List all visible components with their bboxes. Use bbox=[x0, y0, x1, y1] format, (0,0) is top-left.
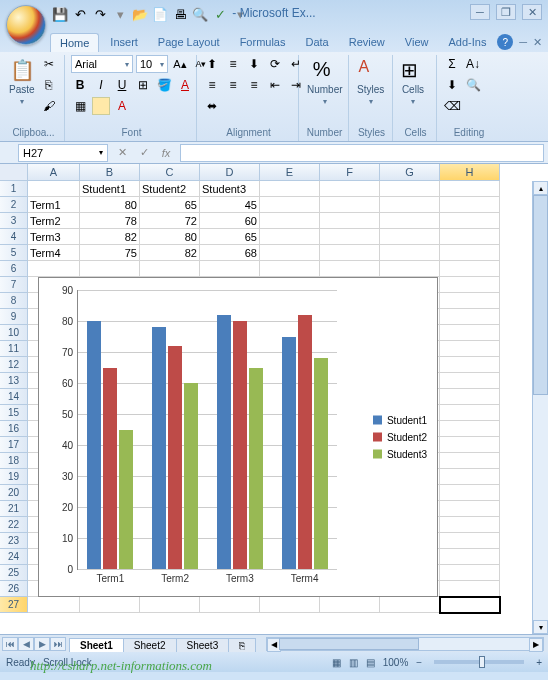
cell-G6[interactable] bbox=[380, 261, 440, 277]
vertical-scrollbar[interactable]: ▴ ▾ bbox=[532, 181, 548, 634]
cell-D5[interactable]: 68 bbox=[200, 245, 260, 261]
tab-insert[interactable]: Insert bbox=[101, 33, 147, 52]
close-button[interactable]: ✕ bbox=[522, 4, 542, 20]
cell-A4[interactable]: Term3 bbox=[28, 229, 80, 245]
spell-icon[interactable]: ✓ bbox=[212, 6, 228, 22]
cell-G3[interactable] bbox=[380, 213, 440, 229]
align-mid-icon[interactable]: ≡ bbox=[224, 55, 242, 73]
font-color2-icon[interactable]: A bbox=[113, 97, 131, 115]
row-header-24[interactable]: 24 bbox=[0, 549, 28, 565]
row-header-12[interactable]: 12 bbox=[0, 357, 28, 373]
font-size-combo[interactable]: 10▾ bbox=[136, 55, 168, 73]
tab-first-icon[interactable]: ⏮ bbox=[2, 637, 18, 651]
row-header-9[interactable]: 9 bbox=[0, 309, 28, 325]
name-box[interactable]: H27▾ bbox=[18, 144, 108, 162]
font-name-combo[interactable]: Arial▾ bbox=[71, 55, 133, 73]
row-header-25[interactable]: 25 bbox=[0, 565, 28, 581]
cell-H12[interactable] bbox=[440, 357, 500, 373]
enter-formula-icon[interactable]: ✓ bbox=[134, 144, 154, 162]
cell-H23[interactable] bbox=[440, 533, 500, 549]
cell-C27[interactable] bbox=[140, 597, 200, 613]
cell-H6[interactable] bbox=[440, 261, 500, 277]
col-header-D[interactable]: D bbox=[200, 164, 260, 181]
bar-Student2-Term1[interactable] bbox=[103, 368, 117, 570]
align-top-icon[interactable]: ⬆ bbox=[203, 55, 221, 73]
cell-H27[interactable] bbox=[440, 597, 500, 613]
bar-Student3-Term3[interactable] bbox=[249, 368, 263, 570]
underline-button[interactable]: U bbox=[113, 76, 131, 94]
cell-A2[interactable]: Term1 bbox=[28, 197, 80, 213]
cell-D1[interactable]: Student3 bbox=[200, 181, 260, 197]
cell-G1[interactable] bbox=[380, 181, 440, 197]
select-all-triangle[interactable] bbox=[0, 164, 28, 181]
clear-icon[interactable]: ⌫ bbox=[443, 97, 461, 115]
align-left-icon[interactable]: ≡ bbox=[203, 76, 221, 94]
grow-font-icon[interactable]: A▴ bbox=[171, 55, 189, 73]
view-break-icon[interactable]: ▤ bbox=[366, 657, 375, 668]
cell-H10[interactable] bbox=[440, 325, 500, 341]
tab-formulas[interactable]: Formulas bbox=[231, 33, 295, 52]
row-header-19[interactable]: 19 bbox=[0, 469, 28, 485]
format-painter-icon[interactable]: 🖌 bbox=[40, 97, 58, 115]
preview-icon[interactable]: 🔍 bbox=[192, 6, 208, 22]
cell-H15[interactable] bbox=[440, 405, 500, 421]
font-color-icon[interactable]: A bbox=[176, 76, 194, 94]
align-bot-icon[interactable]: ⬇ bbox=[245, 55, 263, 73]
bar-Student1-Term4[interactable] bbox=[282, 337, 296, 570]
row-header-4[interactable]: 4 bbox=[0, 229, 28, 245]
sheet-tab-sheet2[interactable]: Sheet2 bbox=[123, 638, 177, 652]
cell-E6[interactable] bbox=[260, 261, 320, 277]
cell-E27[interactable] bbox=[260, 597, 320, 613]
cell-H4[interactable] bbox=[440, 229, 500, 245]
cell-B1[interactable]: Student1 bbox=[80, 181, 140, 197]
bar-Student3-Term2[interactable] bbox=[184, 383, 198, 569]
cell-F5[interactable] bbox=[320, 245, 380, 261]
cell-E4[interactable] bbox=[260, 229, 320, 245]
row-header-27[interactable]: 27 bbox=[0, 597, 28, 613]
print-icon[interactable]: 🖶 bbox=[172, 6, 188, 22]
scroll-down-icon[interactable]: ▾ bbox=[533, 620, 548, 634]
hscroll-right-icon[interactable]: ▶ bbox=[529, 638, 543, 652]
tab-page-layout[interactable]: Page Layout bbox=[149, 33, 229, 52]
row-header-14[interactable]: 14 bbox=[0, 389, 28, 405]
sheet-tab-sheet1[interactable]: Sheet1 bbox=[69, 638, 124, 652]
col-header-A[interactable]: A bbox=[28, 164, 80, 181]
cell-A5[interactable]: Term4 bbox=[28, 245, 80, 261]
row-header-2[interactable]: 2 bbox=[0, 197, 28, 213]
cell-H18[interactable] bbox=[440, 453, 500, 469]
cell-B5[interactable]: 75 bbox=[80, 245, 140, 261]
col-header-G[interactable]: G bbox=[380, 164, 440, 181]
cell-G4[interactable] bbox=[380, 229, 440, 245]
bar-Student1-Term1[interactable] bbox=[87, 321, 101, 569]
cell-H22[interactable] bbox=[440, 517, 500, 533]
scroll-up-icon[interactable]: ▴ bbox=[533, 181, 548, 195]
cell-H8[interactable] bbox=[440, 293, 500, 309]
cell-C4[interactable]: 80 bbox=[140, 229, 200, 245]
number-format-button[interactable]: % Number ▾ bbox=[305, 55, 345, 109]
ribbon-close[interactable]: ✕ bbox=[533, 36, 542, 49]
sort-icon[interactable]: A↓ bbox=[464, 55, 482, 73]
row-header-11[interactable]: 11 bbox=[0, 341, 28, 357]
cell-C5[interactable]: 82 bbox=[140, 245, 200, 261]
undo-icon[interactable]: ↶ bbox=[72, 6, 88, 22]
bar-Student2-Term3[interactable] bbox=[233, 321, 247, 569]
fx-icon[interactable]: fx bbox=[156, 144, 176, 162]
row-header-16[interactable]: 16 bbox=[0, 421, 28, 437]
embedded-chart[interactable]: 0102030405060708090Term1Term2Term3Term4S… bbox=[38, 277, 438, 597]
cell-D6[interactable] bbox=[200, 261, 260, 277]
cell-H21[interactable] bbox=[440, 501, 500, 517]
col-header-B[interactable]: B bbox=[80, 164, 140, 181]
row-header-17[interactable]: 17 bbox=[0, 437, 28, 453]
hscroll-thumb[interactable] bbox=[279, 638, 419, 650]
row-header-21[interactable]: 21 bbox=[0, 501, 28, 517]
cell-B4[interactable]: 82 bbox=[80, 229, 140, 245]
tab-home[interactable]: Home bbox=[50, 33, 99, 52]
row-header-8[interactable]: 8 bbox=[0, 293, 28, 309]
fill-color-icon[interactable]: 🪣 bbox=[155, 76, 173, 94]
cell-B3[interactable]: 78 bbox=[80, 213, 140, 229]
save-icon[interactable]: 💾 bbox=[52, 6, 68, 22]
cell-A27[interactable] bbox=[28, 597, 80, 613]
bar-Student1-Term3[interactable] bbox=[217, 315, 231, 569]
scroll-thumb[interactable] bbox=[533, 195, 548, 395]
office-button[interactable] bbox=[6, 5, 46, 45]
